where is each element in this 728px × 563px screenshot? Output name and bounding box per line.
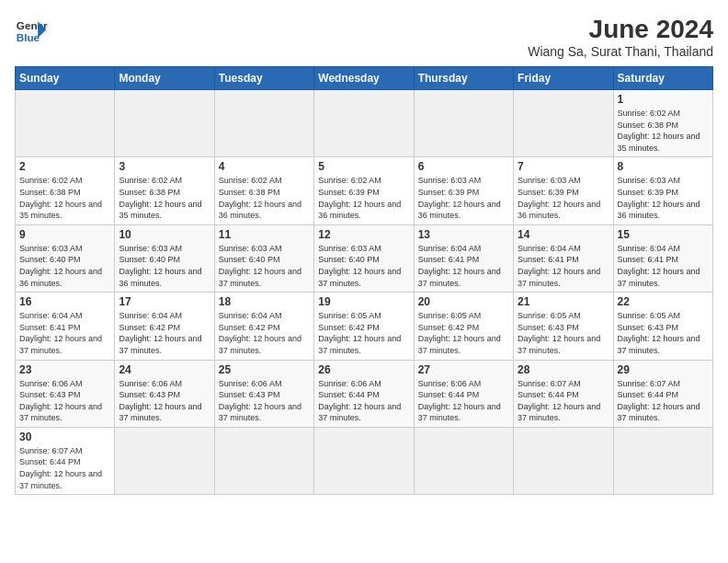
calendar-week-row: 1Sunrise: 6:02 AM Sunset: 6:38 PM Daylig… [16, 90, 713, 157]
calendar-cell [314, 427, 414, 494]
calendar-cell: 19Sunrise: 6:05 AM Sunset: 6:42 PM Dayli… [314, 293, 414, 360]
calendar-cell: 8Sunrise: 6:03 AM Sunset: 6:39 PM Daylig… [613, 157, 712, 224]
calendar-week-row: 30Sunrise: 6:07 AM Sunset: 6:44 PM Dayli… [16, 427, 713, 494]
calendar-subtitle: Wiang Sa, Surat Thani, Thailand [528, 44, 713, 59]
day-info: Sunrise: 6:02 AM Sunset: 6:38 PM Dayligh… [19, 175, 110, 221]
day-info: Sunrise: 6:03 AM Sunset: 6:40 PM Dayligh… [119, 243, 210, 289]
calendar-title: June 2024 [528, 15, 713, 44]
calendar-cell [613, 427, 712, 494]
calendar-cell [414, 90, 513, 157]
day-info: Sunrise: 6:02 AM Sunset: 6:38 PM Dayligh… [219, 175, 310, 221]
day-number: 17 [119, 295, 210, 308]
day-info: Sunrise: 6:03 AM Sunset: 6:40 PM Dayligh… [19, 243, 110, 289]
calendar-cell: 25Sunrise: 6:06 AM Sunset: 6:43 PM Dayli… [214, 360, 313, 427]
calendar-cell: 10Sunrise: 6:03 AM Sunset: 6:40 PM Dayli… [115, 224, 214, 292]
day-info: Sunrise: 6:03 AM Sunset: 6:40 PM Dayligh… [318, 243, 409, 289]
calendar-cell: 6Sunrise: 6:03 AM Sunset: 6:39 PM Daylig… [414, 157, 513, 224]
day-info: Sunrise: 6:06 AM Sunset: 6:44 PM Dayligh… [418, 378, 509, 424]
day-number: 7 [518, 160, 609, 173]
day-number: 5 [318, 160, 409, 173]
day-number: 23 [19, 363, 110, 376]
day-info: Sunrise: 6:02 AM Sunset: 6:38 PM Dayligh… [119, 175, 210, 221]
day-number: 10 [119, 228, 210, 241]
calendar-week-row: 23Sunrise: 6:06 AM Sunset: 6:43 PM Dayli… [16, 360, 713, 427]
day-info: Sunrise: 6:04 AM Sunset: 6:41 PM Dayligh… [618, 243, 709, 289]
calendar-cell: 16Sunrise: 6:04 AM Sunset: 6:41 PM Dayli… [16, 293, 115, 360]
day-number: 30 [19, 431, 110, 443]
calendar-cell: 22Sunrise: 6:05 AM Sunset: 6:43 PM Dayli… [613, 293, 712, 360]
calendar-cell: 7Sunrise: 6:03 AM Sunset: 6:39 PM Daylig… [514, 157, 613, 224]
calendar-cell [214, 90, 313, 157]
header: General Blue June 2024 Wiang Sa, Surat T… [15, 15, 713, 59]
calendar-cell [414, 427, 513, 494]
day-info: Sunrise: 6:04 AM Sunset: 6:42 PM Dayligh… [119, 310, 210, 356]
calendar-week-row: 2Sunrise: 6:02 AM Sunset: 6:38 PM Daylig… [16, 157, 713, 224]
day-info: Sunrise: 6:04 AM Sunset: 6:41 PM Dayligh… [518, 243, 609, 289]
day-info: Sunrise: 6:04 AM Sunset: 6:41 PM Dayligh… [19, 310, 110, 356]
day-info: Sunrise: 6:02 AM Sunset: 6:39 PM Dayligh… [318, 175, 409, 221]
calendar-body: 1Sunrise: 6:02 AM Sunset: 6:38 PM Daylig… [16, 90, 713, 495]
calendar-cell: 20Sunrise: 6:05 AM Sunset: 6:42 PM Dayli… [414, 293, 513, 360]
calendar-week-row: 16Sunrise: 6:04 AM Sunset: 6:41 PM Dayli… [16, 293, 713, 360]
day-number: 29 [618, 363, 709, 376]
day-info: Sunrise: 6:04 AM Sunset: 6:42 PM Dayligh… [219, 310, 310, 356]
weekday-wednesday: Wednesday [314, 67, 414, 90]
day-number: 22 [618, 295, 709, 308]
calendar-cell: 26Sunrise: 6:06 AM Sunset: 6:44 PM Dayli… [314, 360, 414, 427]
day-number: 27 [418, 363, 509, 376]
calendar-header: SundayMondayTuesdayWednesdayThursdayFrid… [16, 67, 713, 90]
day-number: 19 [318, 295, 409, 308]
calendar-cell [514, 427, 613, 494]
weekday-saturday: Saturday [613, 67, 712, 90]
calendar-cell: 27Sunrise: 6:06 AM Sunset: 6:44 PM Dayli… [414, 360, 513, 427]
calendar-cell: 21Sunrise: 6:05 AM Sunset: 6:43 PM Dayli… [514, 293, 613, 360]
calendar-cell: 1Sunrise: 6:02 AM Sunset: 6:38 PM Daylig… [613, 90, 712, 157]
day-info: Sunrise: 6:05 AM Sunset: 6:43 PM Dayligh… [618, 310, 709, 356]
calendar-cell: 18Sunrise: 6:04 AM Sunset: 6:42 PM Dayli… [214, 293, 313, 360]
day-info: Sunrise: 6:06 AM Sunset: 6:43 PM Dayligh… [219, 378, 310, 424]
day-info: Sunrise: 6:07 AM Sunset: 6:44 PM Dayligh… [618, 378, 709, 424]
calendar-cell: 11Sunrise: 6:03 AM Sunset: 6:40 PM Dayli… [214, 224, 313, 292]
day-number: 3 [119, 160, 210, 173]
calendar-cell: 5Sunrise: 6:02 AM Sunset: 6:39 PM Daylig… [314, 157, 414, 224]
weekday-thursday: Thursday [414, 67, 513, 90]
day-info: Sunrise: 6:03 AM Sunset: 6:40 PM Dayligh… [219, 243, 310, 289]
day-number: 14 [518, 228, 609, 241]
day-number: 9 [19, 228, 110, 241]
calendar-cell: 12Sunrise: 6:03 AM Sunset: 6:40 PM Dayli… [314, 224, 414, 292]
day-number: 26 [318, 363, 409, 376]
calendar-cell: 2Sunrise: 6:02 AM Sunset: 6:38 PM Daylig… [16, 157, 115, 224]
day-info: Sunrise: 6:06 AM Sunset: 6:43 PM Dayligh… [19, 378, 110, 424]
day-info: Sunrise: 6:03 AM Sunset: 6:39 PM Dayligh… [418, 175, 509, 221]
weekday-tuesday: Tuesday [214, 67, 313, 90]
day-number: 25 [219, 363, 310, 376]
title-area: June 2024 Wiang Sa, Surat Thani, Thailan… [528, 15, 713, 59]
calendar-cell [514, 90, 613, 157]
calendar-week-row: 9Sunrise: 6:03 AM Sunset: 6:40 PM Daylig… [16, 224, 713, 292]
day-number: 15 [618, 228, 709, 241]
calendar-table: SundayMondayTuesdayWednesdayThursdayFrid… [15, 66, 713, 495]
day-number: 28 [518, 363, 609, 376]
weekday-monday: Monday [115, 67, 214, 90]
calendar-cell: 9Sunrise: 6:03 AM Sunset: 6:40 PM Daylig… [16, 224, 115, 292]
calendar-cell [115, 90, 214, 157]
calendar-cell: 15Sunrise: 6:04 AM Sunset: 6:41 PM Dayli… [613, 224, 712, 292]
day-number: 13 [418, 228, 509, 241]
day-info: Sunrise: 6:03 AM Sunset: 6:39 PM Dayligh… [618, 175, 709, 221]
day-number: 16 [19, 295, 110, 308]
day-info: Sunrise: 6:05 AM Sunset: 6:42 PM Dayligh… [418, 310, 509, 356]
calendar-cell [16, 90, 115, 157]
weekday-header-row: SundayMondayTuesdayWednesdayThursdayFrid… [16, 67, 713, 90]
day-number: 1 [618, 93, 709, 106]
calendar-cell: 23Sunrise: 6:06 AM Sunset: 6:43 PM Dayli… [16, 360, 115, 427]
calendar-cell: 17Sunrise: 6:04 AM Sunset: 6:42 PM Dayli… [115, 293, 214, 360]
calendar-cell: 13Sunrise: 6:04 AM Sunset: 6:41 PM Dayli… [414, 224, 513, 292]
calendar-cell [314, 90, 414, 157]
day-number: 20 [418, 295, 509, 308]
day-info: Sunrise: 6:05 AM Sunset: 6:42 PM Dayligh… [318, 310, 409, 356]
logo: General Blue [15, 15, 48, 48]
calendar-cell [214, 427, 313, 494]
day-number: 6 [418, 160, 509, 173]
generalblue-logo-icon: General Blue [15, 15, 48, 48]
day-number: 8 [618, 160, 709, 173]
